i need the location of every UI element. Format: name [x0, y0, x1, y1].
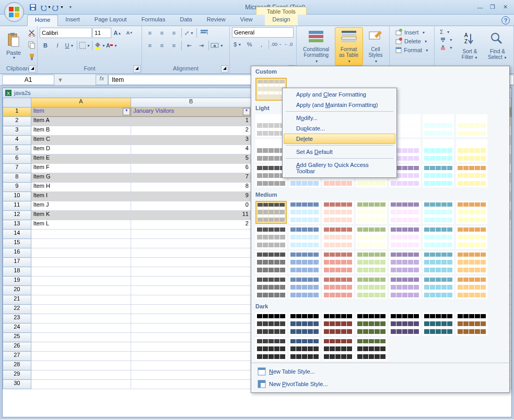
table-style-thumb[interactable] — [389, 313, 420, 335]
qat-customize[interactable]: ▼ — [65, 2, 76, 13]
table-style-thumb[interactable] — [456, 226, 487, 249]
help-button[interactable]: ? — [501, 16, 510, 25]
data-cell[interactable]: Item F — [31, 164, 131, 173]
column-header[interactable]: A — [31, 98, 131, 107]
empty-cell[interactable] — [31, 342, 131, 352]
tab-insert[interactable]: Insert — [58, 15, 87, 26]
data-cell[interactable]: Item C — [31, 136, 131, 145]
table-style-thumb[interactable] — [456, 164, 487, 187]
table-style-thumb[interactable] — [356, 276, 387, 299]
table-style-thumb[interactable] — [289, 251, 320, 274]
row-header[interactable]: 14 — [3, 230, 31, 239]
data-cell[interactable]: 7 — [131, 173, 251, 183]
align-right-button[interactable]: ≡ — [168, 40, 180, 51]
empty-cell[interactable] — [31, 277, 131, 286]
table-style-thumb[interactable] — [322, 226, 354, 249]
table-style-thumb[interactable] — [255, 201, 287, 224]
row-header[interactable]: 13 — [3, 220, 31, 230]
cut-button[interactable] — [26, 27, 38, 39]
row-header[interactable]: 29 — [3, 370, 31, 380]
data-cell[interactable]: 2 — [131, 220, 251, 230]
empty-cell[interactable] — [31, 286, 131, 295]
filter-dropdown[interactable]: ▼ — [243, 108, 250, 115]
table-style-thumb[interactable] — [423, 164, 454, 187]
table-style-thumb[interactable] — [423, 226, 454, 249]
menu-modify[interactable]: Modify... — [284, 113, 395, 123]
decrease-decimal-button[interactable]: ←.0 — [283, 39, 294, 50]
wrap-text-button[interactable] — [198, 27, 210, 39]
tab-data[interactable]: Data — [172, 15, 199, 26]
fill-color-button[interactable]: ▼ — [94, 40, 106, 51]
minimize-button[interactable]: — — [474, 3, 486, 12]
row-header[interactable]: 28 — [3, 361, 31, 370]
empty-cell[interactable] — [31, 305, 131, 314]
data-cell[interactable]: 3 — [131, 136, 251, 145]
align-bottom-button[interactable]: ≡ — [168, 27, 180, 39]
data-cell[interactable]: 1 — [131, 117, 251, 126]
data-cell[interactable]: 4 — [131, 145, 251, 154]
orientation-button[interactable]: ⤢▼ — [183, 27, 195, 39]
table-header-cell[interactable]: Item▼ — [31, 107, 131, 117]
row-header[interactable]: 8 — [3, 173, 31, 183]
table-style-thumb[interactable] — [356, 313, 387, 335]
row-header[interactable]: 26 — [3, 342, 31, 352]
format-painter-button[interactable] — [26, 51, 38, 63]
row-header[interactable]: 4 — [3, 136, 31, 145]
font-dialog-launcher[interactable]: ◢ — [133, 65, 141, 73]
empty-cell[interactable] — [131, 380, 251, 389]
row-header[interactable]: 2 — [3, 117, 31, 126]
format-cells-button[interactable]: Format ▼ — [393, 46, 431, 54]
increase-indent-button[interactable]: ⇥ — [195, 40, 207, 51]
row-header[interactable]: 5 — [3, 145, 31, 154]
empty-cell[interactable] — [131, 267, 251, 277]
paste-button[interactable]: Paste▼ — [2, 27, 25, 64]
table-style-thumb[interactable] — [456, 251, 487, 274]
empty-cell[interactable] — [131, 230, 251, 239]
merge-center-button[interactable]: a▼ — [211, 40, 224, 51]
table-style-thumb[interactable] — [423, 139, 454, 162]
table-style-thumb[interactable] — [356, 226, 387, 249]
restore-button[interactable]: ❐ — [487, 3, 498, 12]
table-style-thumb[interactable] — [289, 226, 320, 249]
comma-button[interactable]: , — [256, 39, 267, 50]
menu-apply-clear[interactable]: Apply and Clear Formatting — [284, 89, 395, 100]
tab-view[interactable]: View — [233, 15, 260, 26]
empty-cell[interactable] — [31, 370, 131, 380]
table-style-thumb[interactable] — [423, 114, 454, 137]
menu-set-default[interactable]: Set As Default — [284, 147, 395, 157]
italic-button[interactable]: I — [52, 40, 63, 51]
empty-cell[interactable] — [131, 248, 251, 258]
increase-decimal-button[interactable]: .00→ — [271, 39, 282, 50]
data-cell[interactable]: 2 — [131, 126, 251, 136]
row-header[interactable]: 6 — [3, 154, 31, 164]
empty-cell[interactable] — [31, 314, 131, 323]
empty-cell[interactable] — [131, 277, 251, 286]
empty-cell[interactable] — [131, 305, 251, 314]
row-header[interactable]: 17 — [3, 258, 31, 267]
data-cell[interactable]: 5 — [131, 154, 251, 164]
data-cell[interactable]: Item I — [31, 192, 131, 201]
table-header-cell[interactable]: January Visitors▼ — [131, 107, 251, 117]
bold-button[interactable]: B — [40, 40, 51, 51]
table-style-thumb[interactable] — [423, 251, 454, 274]
empty-cell[interactable] — [31, 295, 131, 305]
data-cell[interactable]: Item K — [31, 211, 131, 220]
data-cell[interactable]: Item L — [31, 220, 131, 230]
table-style-thumb[interactable] — [456, 313, 487, 335]
fx-button[interactable]: fx — [96, 75, 108, 85]
row-header[interactable]: 21 — [3, 295, 31, 305]
row-header[interactable]: 9 — [3, 183, 31, 192]
empty-cell[interactable] — [31, 380, 131, 389]
empty-cell[interactable] — [31, 230, 131, 239]
table-style-thumb[interactable] — [389, 251, 420, 274]
empty-cell[interactable] — [131, 323, 251, 333]
table-style-thumb[interactable] — [356, 338, 387, 361]
align-center-button[interactable]: ≡ — [156, 40, 168, 51]
percent-button[interactable]: % — [244, 39, 255, 50]
table-style-thumb[interactable] — [255, 226, 287, 249]
table-style-thumb[interactable] — [255, 313, 287, 335]
row-header[interactable]: 15 — [3, 239, 31, 248]
table-style-thumb[interactable] — [456, 139, 487, 162]
align-top-button[interactable]: ≡ — [144, 27, 156, 39]
menu-delete[interactable]: Delete — [284, 134, 395, 144]
